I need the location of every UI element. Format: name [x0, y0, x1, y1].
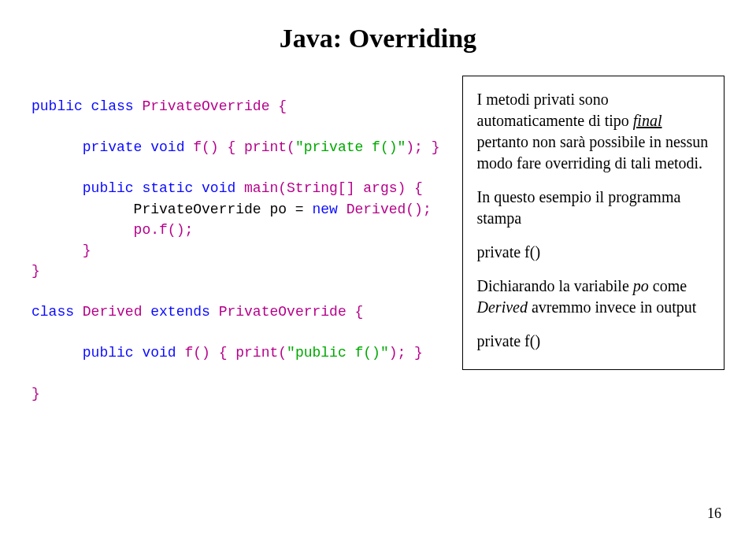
code-kw: public static void — [83, 180, 235, 196]
info-output: private f() — [477, 242, 710, 263]
code-name: Derived(); — [338, 202, 432, 217]
info-paragraph: In questo esempio il programma stampa — [477, 187, 710, 229]
code-line: } — [32, 242, 91, 258]
code-name: Derived — [74, 304, 150, 320]
code-line: po.f(); — [32, 222, 193, 238]
code-kw: extends — [150, 304, 210, 320]
code-kw: private void — [83, 139, 185, 155]
info-text: I metodi privati sono automaticamente di… — [477, 91, 633, 129]
code-block: public class PrivateOverride { private v… — [32, 76, 440, 405]
page-number: 16 — [707, 505, 721, 522]
info-emph: final — [633, 112, 662, 129]
info-output: private f() — [477, 331, 710, 352]
code-line: } — [32, 263, 40, 279]
code-string: "private f()" — [295, 139, 406, 155]
code-name: f() { print( — [184, 139, 295, 155]
code-kw: class — [32, 304, 74, 320]
code-string: "public f()" — [287, 345, 389, 361]
page-title: Java: Overriding — [32, 24, 724, 54]
code-line: } — [32, 386, 40, 402]
info-paragraph: Dichiarando la variabile po come Derived… — [477, 276, 710, 318]
code-name: main(String[] args) { — [235, 180, 423, 196]
info-paragraph: I metodi privati sono automaticamente di… — [477, 89, 710, 174]
info-text: pertanto non sarà possibile in nessun mo… — [477, 133, 709, 172]
code-kw: new — [312, 202, 337, 217]
code-line: PrivateOverride po = — [32, 202, 312, 217]
code-tail: ); } — [406, 139, 439, 155]
code-tail: ); } — [389, 345, 423, 361]
info-box: I metodi privati sono automaticamente di… — [462, 76, 724, 370]
info-var: Derived — [477, 298, 528, 316]
code-name: PrivateOverride { — [210, 304, 363, 320]
code-kw: public void — [83, 345, 176, 361]
code-kw: public class — [32, 98, 134, 114]
code-name: PrivateOverride { — [134, 98, 287, 114]
code-name: f() { print( — [176, 345, 287, 361]
info-var: po — [633, 277, 649, 294]
info-text: come — [649, 277, 687, 294]
info-text: avremmo invece in output — [528, 298, 696, 316]
content-columns: public class PrivateOverride { private v… — [32, 76, 724, 405]
info-text: Dichiarando la variabile — [477, 277, 633, 294]
